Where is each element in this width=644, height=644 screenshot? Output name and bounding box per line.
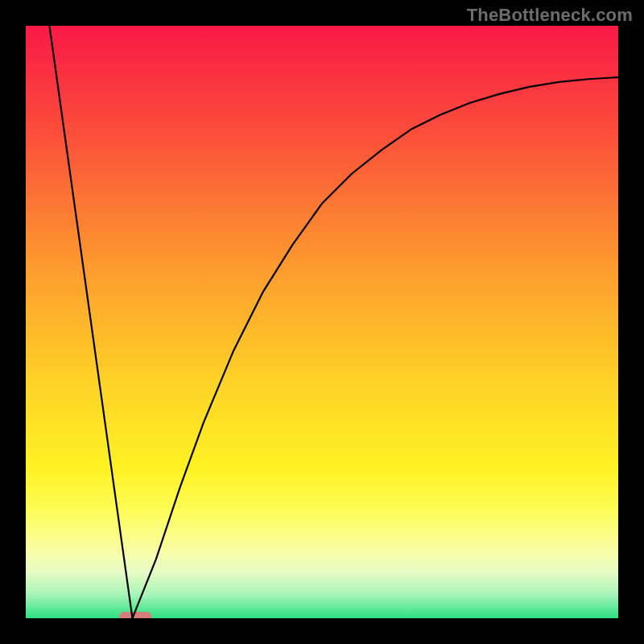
gradient-background (26, 26, 618, 618)
watermark-text: TheBottleneck.com (467, 5, 633, 26)
bottleneck-chart: TheBottleneck.com (0, 0, 644, 644)
chart-canvas (0, 0, 644, 644)
